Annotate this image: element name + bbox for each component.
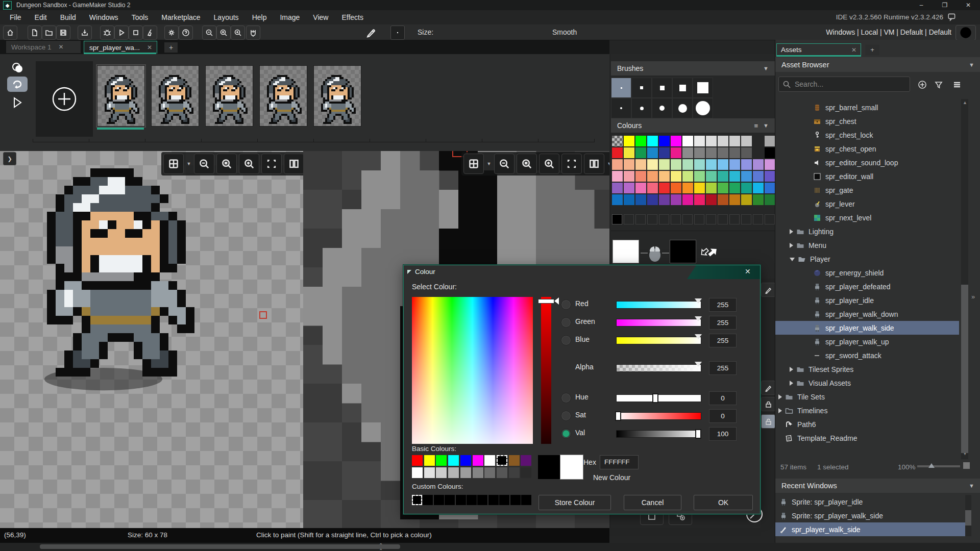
tree-item-spr-energy-shield[interactable]: spr_energy_shield	[775, 266, 959, 280]
pane-flyout-button[interactable]: ❯	[3, 152, 16, 165]
palette-swatch[interactable]	[765, 147, 775, 158]
chevron-down-icon[interactable]: ▼	[763, 122, 769, 129]
recent-item-3[interactable]: spr_player_walk_side	[775, 522, 965, 536]
collapse-chevrons-icon[interactable]: ⌃⌃	[379, 542, 382, 551]
zoomeq-icon[interactable]	[517, 154, 537, 174]
basic-colour[interactable]	[424, 455, 435, 466]
tree-collapse-arrow[interactable]	[790, 258, 795, 261]
palette-swatch[interactable]	[741, 159, 752, 170]
menu-file[interactable]: File	[3, 10, 28, 24]
basic-colour[interactable]	[509, 467, 520, 478]
unlock-icon[interactable]	[761, 414, 775, 429]
collapse-icon[interactable]	[407, 270, 411, 274]
custom-colour[interactable]	[423, 495, 433, 505]
palette-swatch[interactable]	[659, 194, 670, 205]
zoomout-icon[interactable]	[494, 154, 514, 174]
chevron-down-icon[interactable]: ▼	[606, 154, 609, 173]
palette-swatch[interactable]	[718, 194, 728, 205]
basic-colour[interactable]	[484, 467, 495, 478]
slider-handle[interactable]	[652, 393, 658, 403]
palette-swatch[interactable]	[694, 171, 705, 182]
folder-button[interactable]	[42, 26, 56, 40]
close-button[interactable]: ✕	[957, 0, 980, 10]
basic-colour[interactable]	[460, 467, 471, 478]
tree-item-spr-chest-lock[interactable]: spr_chest_lock	[775, 128, 959, 142]
custom-colour-slot[interactable]	[647, 214, 657, 224]
asset-zoom-slider[interactable]	[917, 465, 960, 467]
palette-swatch[interactable]	[624, 183, 634, 193]
tree-item-spr-sword-attack[interactable]: spr_sword_attack	[775, 348, 959, 362]
palette-swatch[interactable]	[659, 147, 670, 158]
slider-marker[interactable]	[695, 362, 702, 367]
basic-colour[interactable]	[436, 467, 447, 478]
brush-square-2[interactable]	[631, 78, 652, 98]
value-alpha[interactable]: 255	[709, 361, 737, 375]
target-icon[interactable]	[955, 25, 976, 40]
tree-item-spr-lever[interactable]: spr_lever	[775, 197, 959, 211]
menu-edit[interactable]: Edit	[28, 10, 54, 24]
tree-item-spr-barrel-small[interactable]: spr_barrel_small	[775, 101, 959, 114]
palette-swatch[interactable]	[682, 194, 693, 205]
tree-item-path6[interactable]: Path6	[775, 417, 959, 431]
home-button[interactable]	[3, 26, 17, 40]
fit-icon[interactable]	[561, 154, 582, 174]
chevron-down-icon[interactable]: ▼	[486, 154, 492, 173]
tree-item-spr-next-level[interactable]: spr_next_level	[775, 211, 959, 224]
zoomin-icon[interactable]	[239, 154, 259, 174]
tree-item-lighting[interactable]: Lighting	[775, 224, 959, 238]
frame-thumbnail-1[interactable]	[97, 65, 145, 127]
custom-colour-slot[interactable]	[635, 214, 646, 224]
custom-colour-slot[interactable]	[659, 214, 669, 224]
palette-swatch[interactable]	[624, 136, 634, 146]
custom-colour-slot[interactable]	[682, 214, 693, 224]
palette-swatch[interactable]	[671, 147, 681, 158]
add-frame-button[interactable]	[36, 61, 93, 137]
palette-swatch[interactable]	[729, 171, 740, 182]
palette-swatch[interactable]	[635, 159, 646, 170]
hamburger-menu-icon[interactable]	[951, 79, 963, 91]
slider-val[interactable]	[616, 430, 701, 438]
tree-item-tileset-sprites[interactable]: Tileset Sprites	[775, 362, 959, 376]
tree-item-timelines[interactable]: Timelines	[775, 404, 959, 417]
tree-item-spr-player-walk-down[interactable]: spr_player_walk_down	[775, 307, 959, 321]
custom-colour[interactable]	[499, 495, 509, 505]
palette-swatch[interactable]	[624, 159, 634, 170]
chevron-down-icon[interactable]: ▼	[763, 65, 769, 71]
palette-swatch[interactable]	[635, 171, 646, 182]
palette-swatch[interactable]	[706, 136, 717, 146]
brush-square-5[interactable]	[693, 78, 713, 98]
palette-swatch[interactable]	[694, 136, 705, 146]
radio-red[interactable]	[561, 299, 571, 310]
menu-image[interactable]: Image	[273, 10, 306, 24]
play-animation-icon[interactable]	[7, 95, 28, 110]
slider-blue[interactable]	[616, 337, 701, 344]
tree-item-menu[interactable]: Menu	[775, 238, 959, 252]
slider-green[interactable]	[616, 319, 701, 327]
palette-swatch[interactable]	[671, 171, 681, 182]
palette-swatch[interactable]	[694, 159, 705, 170]
frame-thumbnail-3[interactable]	[205, 65, 253, 127]
bug-button[interactable]	[100, 26, 114, 40]
custom-colour[interactable]	[434, 495, 444, 505]
menu-help[interactable]: Help	[246, 10, 274, 24]
help-button[interactable]	[179, 26, 193, 40]
custom-colour-slot[interactable]	[624, 214, 634, 224]
palette-swatch[interactable]	[682, 147, 693, 158]
tree-item-spr-chest-open[interactable]: spr_chest_open	[775, 142, 959, 156]
palette-swatch[interactable]	[671, 194, 681, 205]
palette-swatch[interactable]	[659, 136, 670, 146]
asset-browser-header[interactable]: Asset Browser ▼	[775, 57, 980, 72]
tree-scrollbar-thumb[interactable]	[961, 285, 968, 453]
palette-swatch[interactable]	[765, 194, 775, 205]
palette-swatch[interactable]	[612, 194, 623, 205]
radio-green[interactable]	[561, 317, 571, 328]
tree-item-spr-chest[interactable]: spr_chest	[775, 114, 959, 128]
brushes-header[interactable]: Brushes ▼	[611, 61, 775, 76]
stop-button[interactable]	[129, 26, 143, 40]
frame-thumbnail-2[interactable]	[151, 65, 199, 127]
custom-colour[interactable]	[521, 495, 531, 505]
doc-button[interactable]	[28, 26, 42, 40]
tree-expand-arrow[interactable]	[790, 243, 793, 248]
tree-item-spr-player-walk-side[interactable]: spr_player_walk_side	[775, 321, 959, 335]
palette-swatch[interactable]	[659, 171, 670, 182]
